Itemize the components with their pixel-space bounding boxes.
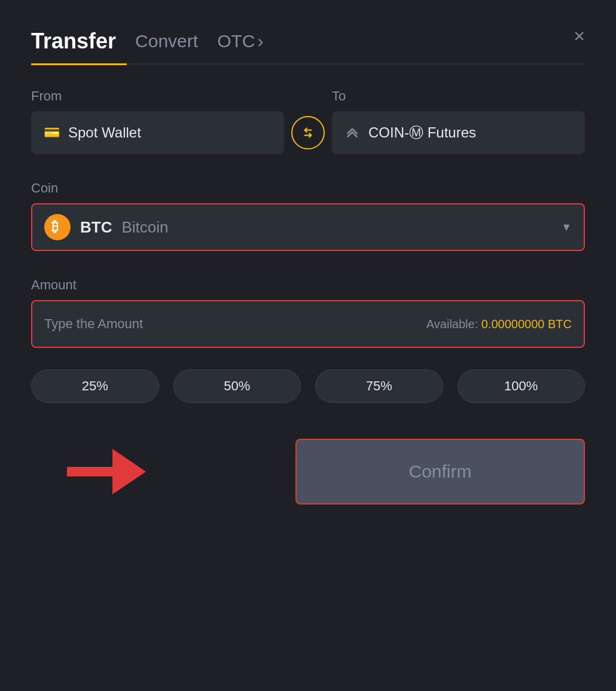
from-column: From 💳 Spot Wallet (31, 88, 284, 154)
available-value: 0.00000000 BTC (481, 317, 572, 331)
arrow-indicator (67, 449, 146, 494)
to-label: To (332, 88, 585, 104)
to-column: To COIN-Ⓜ Futures (332, 88, 585, 154)
swap-center (284, 116, 332, 154)
otc-arrow-icon: › (257, 31, 263, 51)
wallet-icon: 💳 (44, 125, 60, 140)
tab-transfer[interactable]: Transfer (31, 29, 116, 61)
swap-icon (300, 125, 316, 140)
percentage-row: 25% 50% 75% 100% (31, 369, 585, 403)
active-tab-indicator (31, 63, 127, 65)
amount-label: Amount (31, 277, 585, 293)
to-wallet-selector[interactable]: COIN-Ⓜ Futures (332, 111, 585, 154)
chevron-down-icon: ▼ (561, 221, 572, 234)
pct-100-button[interactable]: 100% (458, 369, 585, 403)
tab-underline (31, 63, 585, 65)
bitcoin-logo: ₿ (49, 219, 66, 236)
from-label: From (31, 88, 284, 104)
arrow-shaft (67, 467, 115, 476)
pct-50-button[interactable]: 50% (173, 369, 301, 403)
coin-section: Coin ₿ BTC Bitcoin ▼ (31, 181, 585, 251)
coin-fullname: Bitcoin (121, 218, 168, 237)
close-button[interactable]: × (574, 26, 585, 45)
confirm-button[interactable]: Confirm (295, 439, 585, 505)
futures-icon (344, 124, 360, 142)
header-tabs: Transfer Convert OTC › (31, 29, 585, 61)
to-wallet-name: COIN-Ⓜ Futures (368, 123, 476, 142)
pct-75-button[interactable]: 75% (315, 369, 443, 403)
from-wallet-selector[interactable]: 💳 Spot Wallet (31, 111, 284, 154)
from-to-row: From 💳 Spot Wallet To (31, 88, 585, 154)
pct-25-button[interactable]: 25% (31, 369, 159, 403)
amount-box: Available: 0.00000000 BTC (31, 300, 585, 348)
amount-input[interactable] (44, 316, 417, 332)
tab-convert[interactable]: Convert (135, 31, 198, 59)
arrow-head-icon (112, 449, 146, 494)
amount-section: Amount Available: 0.00000000 BTC (31, 277, 585, 348)
coin-symbol: BTC (80, 218, 112, 237)
swap-button[interactable] (291, 116, 325, 149)
coin-label: Coin (31, 181, 585, 196)
transfer-modal: Transfer Convert OTC › × From 💳 Spot Wal… (0, 0, 616, 691)
btc-icon: ₿ (44, 214, 71, 240)
coin-selector[interactable]: ₿ BTC Bitcoin ▼ (31, 203, 585, 251)
svg-text:₿: ₿ (51, 219, 59, 234)
confirm-row: Confirm (31, 439, 585, 505)
tab-otc[interactable]: OTC › (217, 31, 263, 59)
from-wallet-name: Spot Wallet (68, 124, 141, 141)
available-text: Available: 0.00000000 BTC (426, 317, 572, 331)
